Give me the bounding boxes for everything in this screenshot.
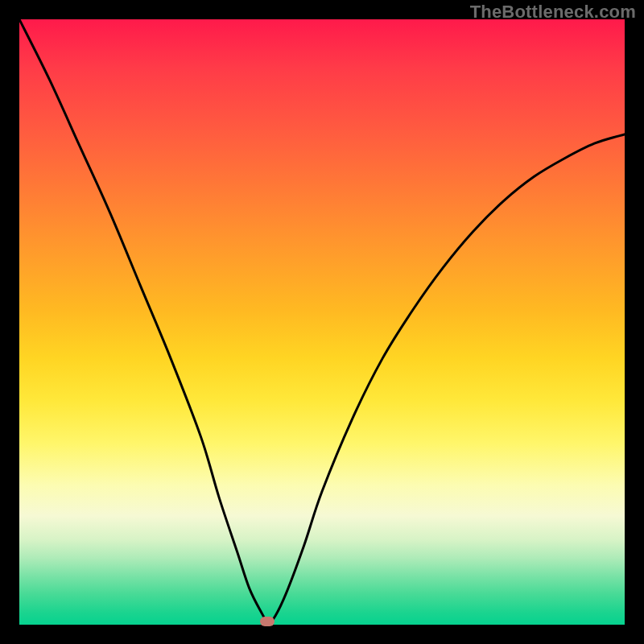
- optimal-point-marker: [260, 617, 275, 626]
- chart-frame: TheBottleneck.com: [0, 0, 644, 644]
- plot-area: [19, 19, 625, 625]
- bottleneck-curve: [19, 19, 625, 625]
